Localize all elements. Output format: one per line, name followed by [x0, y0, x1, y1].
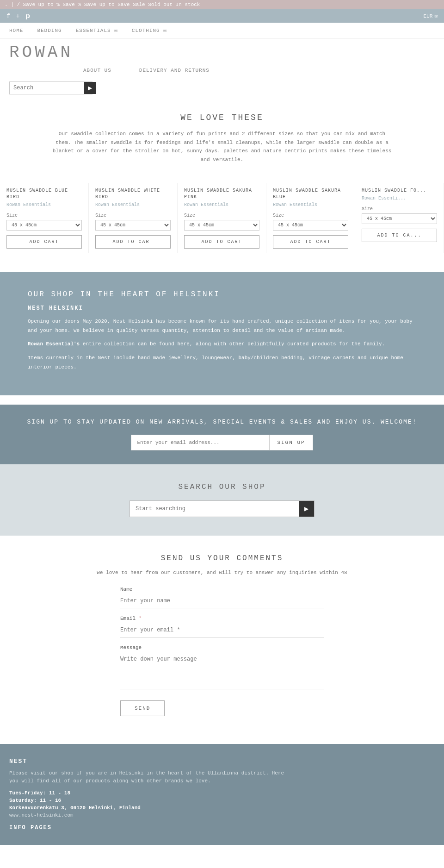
product-brand-4: Rowan Essenti... — [362, 196, 437, 201]
add-to-cart-button-4[interactable]: ADD TO CA... — [362, 229, 437, 242]
product-card-3: MUSLIN SWADDLE SAKURA BLUE Rowan Essenti… — [266, 183, 355, 253]
social-bar: f + 𝗽 EUR ✉ — [0, 9, 444, 23]
product-name-1: MUSLIN SWADDLE WHITE BIRD — [95, 187, 171, 200]
nav-clothing[interactable]: CLOTHING ✉ — [132, 27, 167, 33]
product-card-4: MUSLIN SWADDLE FO... Rowan Essenti... Si… — [355, 183, 444, 253]
product-card-0: MUSLIN SWADDLE BLUE BIRD Rowan Essential… — [0, 183, 89, 253]
shop-info-title: OUR SHOP IN THE HEART OF HELSINKI — [28, 290, 416, 299]
size-label-2: Size — [184, 213, 259, 218]
newsletter-section: SIGN UP TO STAY UPDATED ON NEW ARRIVALS,… — [0, 405, 444, 464]
product-name-2: MUSLIN SWADDLE SAKURA PINK — [184, 187, 259, 200]
hero-title: WE LOVE THESE — [9, 113, 435, 122]
contact-title: SEND US YOUR COMMENTS — [9, 554, 435, 562]
search-box: ▶ — [9, 81, 92, 94]
shop-desc-2: Rowan Essential's entire collection can … — [28, 340, 416, 349]
footer-website[interactable]: www.nest-helsinki.com — [9, 812, 435, 818]
newsletter-title: SIGN UP TO STAY UPDATED ON NEW ARRIVALS,… — [9, 418, 435, 425]
email-input[interactable] — [120, 623, 324, 637]
newsletter-signup-button[interactable]: SIGN UP — [270, 435, 313, 450]
nav-about-us[interactable]: ABOUT US — [83, 68, 111, 73]
pinterest-icon[interactable]: 𝗽 — [25, 12, 30, 20]
footer-nest-label: NEST — [9, 758, 435, 765]
size-label-4: Size — [362, 206, 437, 212]
nav-delivery-returns[interactable]: DELIVERY AND RETURNS — [139, 68, 210, 73]
nav-bedding[interactable]: BEDDING — [37, 28, 62, 33]
nav-essentials[interactable]: ESSENTIALS ✉ — [76, 27, 118, 33]
search-input[interactable] — [10, 82, 84, 94]
size-select-2[interactable]: 45 x 45cm 60 x 60cm — [184, 220, 259, 231]
currency-label: EUR — [424, 13, 433, 19]
hero-description: Our swaddle collection comes in a variet… — [51, 130, 393, 164]
currency-selector[interactable]: EUR ✉ — [424, 13, 438, 19]
size-label-0: Size — [6, 213, 82, 218]
secondary-nav: ABOUT US DELIVERY AND RETURNS — [0, 64, 444, 77]
shop-desc-2-suffix: entire collection can be found here, alo… — [80, 341, 385, 347]
product-name-3: MUSLIN SWADDLE SAKURA BLUE — [273, 187, 348, 200]
nav-home[interactable]: HOME — [9, 28, 23, 33]
product-brand-2: Rowan Essentials — [184, 202, 259, 207]
message-form-group: Message — [9, 645, 435, 691]
size-select-3[interactable]: 45 x 45cm 60 x 60cm — [273, 220, 348, 231]
product-brand-1: Rowan Essentials — [95, 202, 171, 207]
plus-icon[interactable]: + — [16, 12, 19, 20]
newsletter-email-input[interactable] — [131, 435, 270, 450]
name-label: Name — [120, 587, 324, 592]
message-label: Message — [120, 645, 324, 650]
size-label-3: Size — [273, 213, 348, 218]
footer: NEST Please visit our shop if you are in… — [0, 744, 444, 845]
email-form-group: Email * — [9, 616, 435, 637]
products-section: MUSLIN SWADDLE BLUE BIRD Rowan Essential… — [0, 178, 444, 262]
footer-info-pages[interactable]: INFO PAGES — [9, 824, 435, 831]
product-name-4: MUSLIN SWADDLE FO... — [362, 187, 437, 194]
size-label-1: Size — [95, 213, 171, 218]
product-brand-3: Rowan Essentials — [273, 202, 348, 207]
product-name-0: MUSLIN SWADDLE BLUE BIRD — [6, 187, 82, 200]
contact-description: We love to hear from our customers, and … — [9, 570, 435, 575]
search-shop-title: SEARCH OUR SHOP — [9, 483, 435, 491]
newsletter-form: SIGN UP — [9, 435, 435, 450]
shop-info-section: OUR SHOP IN THE HEART OF HELSINKI NEST H… — [0, 272, 444, 395]
top-nav: HOME BEDDING ESSENTIALS ✉ CLOTHING ✉ — [0, 23, 444, 38]
name-form-group: Name — [9, 587, 435, 608]
product-brand-0: Rowan Essentials — [6, 202, 82, 207]
footer-description: Please visit our shop if you are in Hels… — [9, 769, 287, 786]
add-to-cart-button-3[interactable]: ADD TO CART — [273, 235, 348, 249]
shop-desc-1: Opening our doors May 2020, Nest Helsink… — [28, 317, 416, 336]
contact-section: SEND US YOUR COMMENTS We love to hear fr… — [0, 536, 444, 744]
search-shop-button[interactable]: ▶ — [299, 501, 314, 517]
add-to-cart-button-2[interactable]: ADD TO CART — [184, 235, 259, 249]
email-icon: ✉ — [434, 13, 438, 19]
search-shop-input[interactable] — [130, 501, 299, 517]
ticker-bar: . | / Save up to % Save % Save up to Sav… — [0, 0, 444, 9]
search-area: ▶ — [0, 77, 444, 99]
name-input[interactable] — [120, 594, 324, 608]
facebook-icon[interactable]: f — [6, 12, 10, 20]
ticker-text: . | / Save up to % Save % Save up to Sav… — [5, 2, 200, 7]
add-to-cart-button-1[interactable]: ADD TO CART — [95, 235, 171, 249]
search-shop-section: SEARCH OUR SHOP ▶ — [0, 464, 444, 536]
shop-desc-2-prefix: Rowan Essential's — [28, 341, 80, 347]
size-select-4[interactable]: 45 x 45cm 60 x 60cm — [362, 213, 437, 224]
products-row: MUSLIN SWADDLE BLUE BIRD Rowan Essential… — [0, 183, 444, 253]
search-shop-box: ▶ — [130, 500, 314, 517]
add-to-cart-button-0[interactable]: ADD CART — [6, 235, 82, 249]
size-select-0[interactable]: 45 x 45cm 60 x 60cm — [6, 220, 82, 231]
product-card-2: MUSLIN SWADDLE SAKURA PINK Rowan Essenti… — [178, 183, 266, 253]
shop-name: NEST HELSINKI — [28, 305, 416, 312]
hero-section: WE LOVE THESE Our swaddle collection com… — [0, 99, 444, 178]
logo-area: ROWAN — [0, 38, 444, 64]
email-label: Email * — [120, 616, 324, 621]
size-select-1[interactable]: 45 x 45cm 60 x 60cm — [95, 220, 171, 231]
search-button[interactable]: ▶ — [84, 82, 96, 94]
footer-address: Korkeavuorenkatu 3, 00120 Helsinki, Finl… — [9, 805, 435, 811]
footer-hours-1: Tues-Friday: 11 - 18 — [9, 790, 435, 796]
footer-hours-2: Saturday: 11 - 16 — [9, 798, 435, 803]
product-card-1: MUSLIN SWADDLE WHITE BIRD Rowan Essentia… — [89, 183, 178, 253]
social-icons: f + 𝗽 — [6, 12, 30, 20]
logo[interactable]: ROWAN — [9, 43, 435, 62]
shop-desc-3: Items currently in the Nest include hand… — [28, 354, 416, 372]
send-button[interactable]: SEND — [120, 700, 165, 716]
message-textarea[interactable] — [120, 652, 324, 689]
